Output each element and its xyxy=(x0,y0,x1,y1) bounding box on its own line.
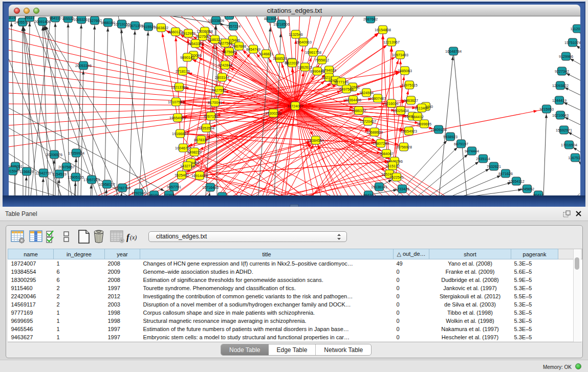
svg-text:20975867: 20975867 xyxy=(58,165,75,169)
svg-text:16961758: 16961758 xyxy=(305,50,321,55)
svg-text:9084067: 9084067 xyxy=(379,151,394,156)
svg-text:7986372: 7986372 xyxy=(352,108,366,113)
svg-text:17016504: 17016504 xyxy=(561,143,577,147)
svg-text:984412: 984412 xyxy=(411,115,424,119)
svg-text:19640910: 19640910 xyxy=(295,40,312,45)
svg-text:10973493: 10973493 xyxy=(392,53,408,57)
svg-text:5938923: 5938923 xyxy=(443,135,458,139)
svg-text:7515526: 7515526 xyxy=(141,25,156,29)
svg-text:12353594: 12353594 xyxy=(198,126,214,130)
svg-text:16543382: 16543382 xyxy=(187,41,204,46)
svg-text:1615132: 1615132 xyxy=(385,164,400,168)
svg-text:16782759: 16782759 xyxy=(114,186,130,190)
svg-text:1156829: 1156829 xyxy=(19,169,33,174)
svg-text:2087682: 2087682 xyxy=(363,17,378,21)
svg-text:3915947: 3915947 xyxy=(9,169,20,173)
svg-text:8912952: 8912952 xyxy=(181,31,195,36)
svg-text:9245652: 9245652 xyxy=(520,187,534,191)
svg-text:80417: 80417 xyxy=(533,193,543,195)
svg-text:9146821: 9146821 xyxy=(259,52,273,56)
svg-text:12213369: 12213369 xyxy=(171,85,187,90)
svg-text:19384554: 19384554 xyxy=(308,138,324,143)
svg-text:6794028: 6794028 xyxy=(322,68,336,73)
svg-text:8427552: 8427552 xyxy=(212,88,226,93)
svg-text:19654925: 19654925 xyxy=(169,116,186,120)
svg-text:8660123: 8660123 xyxy=(168,30,183,34)
svg-text:6497568: 6497568 xyxy=(339,87,354,92)
svg-text:16154808: 16154808 xyxy=(375,28,391,32)
svg-text:8267150: 8267150 xyxy=(204,114,218,119)
svg-text:9463627: 9463627 xyxy=(404,98,418,103)
svg-text:1527602: 1527602 xyxy=(88,18,102,23)
svg-text:77201: 77201 xyxy=(164,193,174,195)
svg-text:12975115: 12975115 xyxy=(401,83,417,87)
svg-text:2522541: 2522541 xyxy=(389,175,404,180)
svg-text:10107553: 10107553 xyxy=(168,100,184,104)
svg-text:1244419: 1244419 xyxy=(552,98,567,103)
svg-text:3824554: 3824554 xyxy=(359,91,374,95)
svg-text:10807487: 10807487 xyxy=(369,96,386,101)
svg-text:8678332: 8678332 xyxy=(194,138,208,142)
svg-text:1154519: 1154519 xyxy=(52,172,66,177)
svg-text:9474444: 9474444 xyxy=(465,149,479,154)
svg-text:8498222: 8498222 xyxy=(187,150,202,155)
svg-text:1167534: 1167534 xyxy=(568,156,580,160)
svg-text:9327508: 9327508 xyxy=(218,41,232,46)
svg-text:7485063: 7485063 xyxy=(398,69,412,73)
svg-text:2803144: 2803144 xyxy=(215,75,229,80)
svg-text:7357224: 7357224 xyxy=(226,24,241,29)
svg-text:15136141: 15136141 xyxy=(371,185,387,189)
svg-text:12213967: 12213967 xyxy=(383,40,400,45)
svg-text:19166827: 19166827 xyxy=(172,132,188,136)
svg-text:9699695: 9699695 xyxy=(417,122,431,126)
svg-text:18724007: 18724007 xyxy=(287,104,303,108)
svg-text:1292346: 1292346 xyxy=(132,191,146,195)
svg-text:7955812: 7955812 xyxy=(315,58,329,62)
svg-text:7663822: 7663822 xyxy=(154,26,168,30)
svg-text:10654112: 10654112 xyxy=(508,179,524,184)
svg-text:19654923: 19654923 xyxy=(401,129,417,134)
svg-text:10958107: 10958107 xyxy=(99,182,115,187)
svg-text:15751074: 15751074 xyxy=(564,40,580,45)
svg-text:1733426: 1733426 xyxy=(395,187,409,191)
svg-text:6679197: 6679197 xyxy=(454,142,468,146)
svg-text:10025438: 10025438 xyxy=(393,108,409,113)
svg-text:6966160: 6966160 xyxy=(101,20,115,25)
svg-text:19218506: 19218506 xyxy=(273,22,290,27)
svg-text:12942737: 12942737 xyxy=(35,171,52,176)
svg-text:1432719: 1432719 xyxy=(180,164,194,168)
svg-text:10688639: 10688639 xyxy=(366,130,383,135)
svg-text:7625402: 7625402 xyxy=(175,173,189,178)
svg-text:17957223: 17957223 xyxy=(83,178,100,182)
svg-text:16648784: 16648784 xyxy=(445,49,462,54)
svg-text:964110: 964110 xyxy=(49,16,61,20)
svg-text:20364436: 20364436 xyxy=(345,98,361,102)
svg-text:96111: 96111 xyxy=(225,16,234,18)
svg-text:9657791: 9657791 xyxy=(167,185,181,189)
svg-text:15692971: 15692971 xyxy=(556,128,572,133)
svg-text:9777169: 9777169 xyxy=(334,80,349,84)
svg-text:9242848: 9242848 xyxy=(218,63,232,68)
svg-text:16033809: 16033809 xyxy=(208,18,224,23)
svg-text:8454749: 8454749 xyxy=(246,47,260,52)
svg-text:66104: 66104 xyxy=(149,193,159,195)
svg-text:99410: 99410 xyxy=(363,193,374,195)
svg-text:16210643: 16210643 xyxy=(552,113,569,118)
svg-text:15716485: 15716485 xyxy=(202,185,219,190)
svg-text:8471626: 8471626 xyxy=(498,171,513,176)
svg-text:16914479: 16914479 xyxy=(191,173,208,178)
svg-text:17359924: 17359924 xyxy=(68,151,84,156)
svg-text:20053346: 20053346 xyxy=(75,63,92,68)
svg-text:7632621: 7632621 xyxy=(487,164,501,169)
svg-text:18807249: 18807249 xyxy=(373,141,389,146)
svg-text:18300293: 18300293 xyxy=(265,111,281,116)
svg-text:12093822: 12093822 xyxy=(552,83,569,88)
svg-text:6216031: 6216031 xyxy=(384,101,399,106)
svg-text:2967608: 2967608 xyxy=(232,44,246,49)
svg-text:2718176: 2718176 xyxy=(176,69,190,74)
svg-text:3822037: 3822037 xyxy=(285,61,299,65)
svg-text:19756928: 19756928 xyxy=(396,145,412,149)
svg-text:9227342: 9227342 xyxy=(555,69,569,74)
svg-text:1132546: 1132546 xyxy=(289,32,302,37)
svg-text:8813054: 8813054 xyxy=(264,16,278,21)
